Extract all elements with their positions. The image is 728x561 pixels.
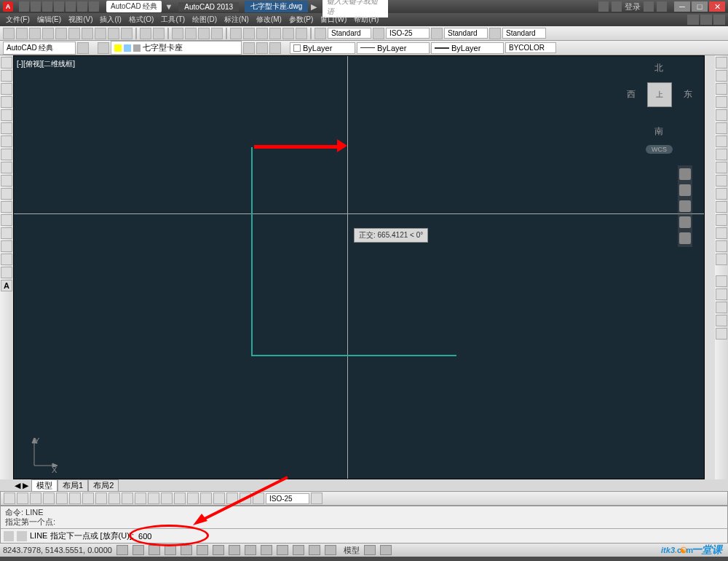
menu-help[interactable]: 帮助(H) [351,14,381,26]
new-icon[interactable] [3,28,15,39]
dim-linear-icon[interactable] [4,493,15,504]
menu-modify[interactable]: 修改(M) [253,14,285,26]
infocenter-icon[interactable] [598,1,609,12]
doc-minimize-button[interactable] [687,15,699,25]
dim-radius-icon[interactable] [56,493,68,504]
snap-toggle[interactable] [116,545,128,555]
match-icon[interactable] [121,28,132,39]
dim-angular-icon[interactable] [95,493,107,504]
signin-icon[interactable] [612,1,622,12]
qat-redo-icon[interactable] [89,1,99,12]
scale-tool-icon[interactable] [716,149,727,160]
dimtedit-icon[interactable] [240,493,251,504]
offset-tool-icon[interactable] [716,96,727,108]
workspace-selector[interactable]: AutoCAD 经典 [106,1,162,12]
copy-icon[interactable] [95,28,106,39]
explode-tool-icon[interactable] [716,254,727,265]
viewcube-wcs[interactable]: WCS [646,145,673,154]
dim-jogged-icon[interactable] [69,493,81,504]
doc-close-button[interactable] [713,15,725,25]
mleaderstyle-dropdown[interactable]: Standard [502,28,546,39]
area-tool-icon[interactable] [716,289,727,300]
dimedit-icon[interactable] [226,493,238,504]
gradient-tool-icon[interactable] [1,227,12,239]
copy-tool-icon[interactable] [716,70,727,82]
text-tool-icon[interactable]: A [1,280,12,291]
grid-toggle[interactable] [132,545,144,555]
viewcube-west[interactable]: 西 [627,88,636,101]
ws-settings-icon[interactable] [77,42,89,54]
login-label[interactable]: 登录 [625,1,641,12]
tpy-toggle[interactable] [277,545,288,555]
preview-icon[interactable] [55,28,67,39]
markup-icon[interactable] [282,28,294,39]
qat-undo-icon[interactable] [77,1,87,12]
erase-tool-icon[interactable] [716,57,727,68]
rotate-tool-icon[interactable] [716,136,727,147]
cmd-handle-icon[interactable] [4,531,14,541]
minimize-button[interactable]: ─ [674,1,690,12]
workspace-dropdown[interactable]: AutoCAD 经典 [3,42,76,55]
qp-toggle[interactable] [293,545,304,555]
dim-break-icon[interactable] [161,493,173,504]
menu-window[interactable]: 窗口(W) [317,14,349,26]
tab-layout2[interactable]: 布局2 [88,479,119,492]
point-tool-icon[interactable] [1,201,12,213]
osnap-toggle[interactable] [181,545,192,555]
cut-icon[interactable] [82,28,93,39]
menu-parametric[interactable]: 参数(P) [286,14,316,26]
showmotion-icon[interactable] [679,232,691,244]
line-tool-icon[interactable] [1,57,12,68]
zoom-icon[interactable] [185,28,197,39]
id-tool-icon[interactable] [716,328,727,340]
lineweight-dropdown[interactable]: ByLayer [431,42,504,54]
dim-arc-icon[interactable] [30,493,41,504]
ellipsearc-tool-icon[interactable] [1,175,12,187]
pan-nav-icon[interactable] [679,184,691,196]
array-tool-icon[interactable] [716,109,727,121]
ellipse-tool-icon[interactable] [1,162,12,173]
revcloud-tool-icon[interactable] [1,136,12,147]
fillet-tool-icon[interactable] [716,240,727,252]
region-props-icon[interactable] [716,302,727,313]
jogline-icon[interactable] [213,493,225,504]
mtext-tool-icon[interactable] [1,267,12,278]
3dosnap-toggle[interactable] [197,545,208,555]
help-icon[interactable] [657,1,667,12]
status-extra2[interactable] [380,545,392,555]
doc-restore-button[interactable] [700,15,712,25]
dimstyle-icon[interactable] [373,28,384,39]
model-space-label[interactable]: 模型 [344,545,360,556]
calc-icon[interactable] [296,28,307,39]
dimstyle-dropdown[interactable]: ISO-25 [386,28,430,39]
zoom-extents-icon[interactable] [679,200,691,212]
save-icon[interactable] [29,28,41,39]
dyn-toggle[interactable] [245,545,256,555]
dist-tool-icon[interactable] [716,275,727,287]
layer-iso-icon[interactable] [256,42,268,54]
inspect-icon[interactable] [200,493,212,504]
publish-icon[interactable] [68,28,80,39]
app-logo[interactable]: A [3,1,13,12]
spline-tool-icon[interactable] [1,149,12,160]
join-tool-icon[interactable] [716,214,727,226]
dim-baseline-icon[interactable] [122,493,133,504]
menu-insert[interactable]: 插入(I) [97,14,124,26]
dim-aligned-icon[interactable] [17,493,28,504]
qat-open-icon[interactable] [31,1,41,12]
hatch-tool-icon[interactable] [1,214,12,226]
properties-icon[interactable] [230,28,242,39]
region-tool-icon[interactable] [1,240,12,252]
am-toggle[interactable] [325,545,336,555]
command-line[interactable]: LINE 指定下一点或 [放弃(U)]: 600 [1,528,727,543]
undo-icon[interactable] [140,28,151,39]
qat-print-icon[interactable] [66,1,76,12]
qat-saveas-icon[interactable] [54,1,64,12]
lwt-toggle[interactable] [261,545,272,555]
dim-quick-icon[interactable] [108,493,120,504]
toolpalette-icon[interactable] [256,28,268,39]
designcenter-icon[interactable] [243,28,255,39]
steering-wheel-icon[interactable] [679,168,691,180]
polar-toggle[interactable] [165,545,176,555]
circle-tool-icon[interactable] [1,122,12,134]
